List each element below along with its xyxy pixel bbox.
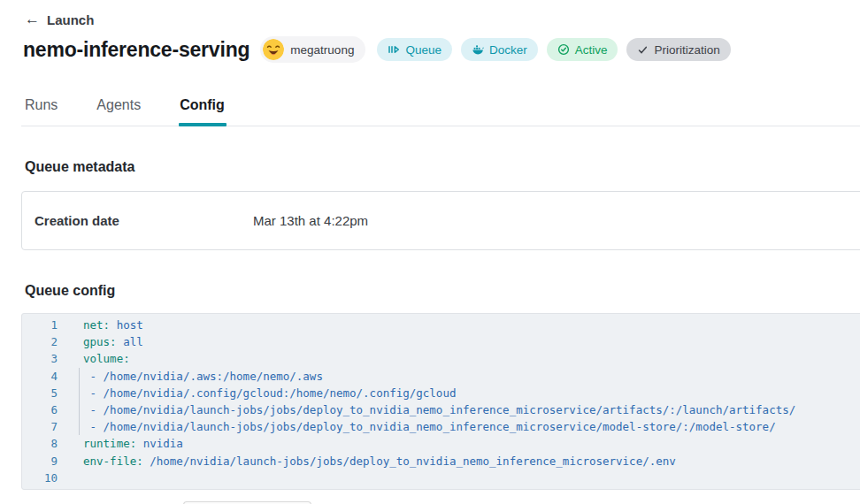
metadata-card: Creation date Mar 13th at 4:22pm xyxy=(21,191,860,250)
code-line: 2gpus: all xyxy=(22,333,860,350)
line-content: runtime: nvidia xyxy=(83,435,183,452)
line-number: 5 xyxy=(22,385,58,401)
line-content: - /home/nvidia/.aws:/home/nemo/.aws xyxy=(83,368,323,385)
owner-pill[interactable]: megatruong xyxy=(260,36,365,63)
badge-queue: Queue xyxy=(377,38,452,61)
line-content: - /home/nvidia/.config/gcloud:/home/nemo… xyxy=(83,385,456,401)
line-number: 1 xyxy=(22,317,58,333)
code-line: 8runtime: nvidia xyxy=(22,435,860,452)
code-line: 10 xyxy=(22,470,860,486)
code-line: 3volume: xyxy=(22,350,860,367)
badge-docker: Docker xyxy=(461,38,538,61)
line-content: env-file: /home/nvidia/launch-jobs/jobs/… xyxy=(83,453,676,470)
avatar xyxy=(263,39,284,60)
back-label: Launch xyxy=(47,12,94,27)
line-number: 9 xyxy=(22,453,58,470)
code-lines: 1net: host2gpus: all3volume:4 - /home/nv… xyxy=(22,317,860,486)
queue-metadata-heading: Queue metadata xyxy=(25,159,860,175)
badge-label: Prioritization xyxy=(654,43,719,57)
code-line: 7 - /home/nvidia/launch-jobs/jobs/deploy… xyxy=(22,418,860,435)
check-circle-icon xyxy=(557,43,570,56)
check-icon xyxy=(637,44,649,56)
arrow-left-icon: ← xyxy=(25,11,40,27)
page-title: nemo-inference-serving xyxy=(23,34,250,65)
code-line: 4 - /home/nvidia/.aws:/home/nemo/.aws xyxy=(22,368,860,385)
tab-runs[interactable]: Runs xyxy=(25,96,58,126)
docker-icon xyxy=(472,43,484,56)
back-link[interactable]: ← Launch xyxy=(25,12,94,27)
owner-name: megatruong xyxy=(290,43,354,57)
line-number: 3 xyxy=(22,350,58,367)
creation-date-label: Creation date xyxy=(35,213,253,228)
code-line: 1net: host xyxy=(22,317,860,333)
code-line: 5 - /home/nvidia/.config/gcloud:/home/ne… xyxy=(22,385,860,401)
creation-date-value: Mar 13th at 4:22pm xyxy=(253,213,368,228)
line-number: 6 xyxy=(22,401,58,418)
line-content: net: host xyxy=(83,317,143,333)
queue-config-heading: Queue config xyxy=(25,283,860,299)
badge-label: Docker xyxy=(489,43,527,57)
badge-label: Queue xyxy=(405,43,442,57)
tab-config[interactable]: Config xyxy=(180,96,225,126)
tab-agents[interactable]: Agents xyxy=(96,96,141,126)
code-line: 9env-file: /home/nvidia/launch-jobs/jobs… xyxy=(22,453,860,470)
line-number: 2 xyxy=(22,333,58,350)
line-content: - /home/nvidia/launch-jobs/jobs/deploy_t… xyxy=(83,418,776,435)
line-number: 8 xyxy=(22,435,58,452)
line-number: 7 xyxy=(22,418,58,435)
line-content: gpus: all xyxy=(83,333,143,350)
line-number: 4 xyxy=(22,368,58,385)
badges: Queue Docker Active Prioritization xyxy=(377,38,730,61)
code-line: 6 - /home/nvidia/launch-jobs/jobs/deploy… xyxy=(22,401,860,418)
badge-active: Active xyxy=(547,38,618,61)
line-number: 10 xyxy=(22,470,58,486)
tab-bar: Runs Agents Config xyxy=(21,96,860,126)
badge-prioritization: Prioritization xyxy=(626,38,730,61)
title-row: nemo-inference-serving megatruong Queue xyxy=(23,34,860,65)
queue-icon xyxy=(388,43,400,56)
line-content: - /home/nvidia/launch-jobs/jobs/deploy_t… xyxy=(83,401,795,418)
badge-label: Active xyxy=(575,43,608,57)
config-code-editor[interactable]: 1net: host2gpus: all3volume:4 - /home/nv… xyxy=(21,313,860,490)
line-content: volume: xyxy=(83,350,130,367)
